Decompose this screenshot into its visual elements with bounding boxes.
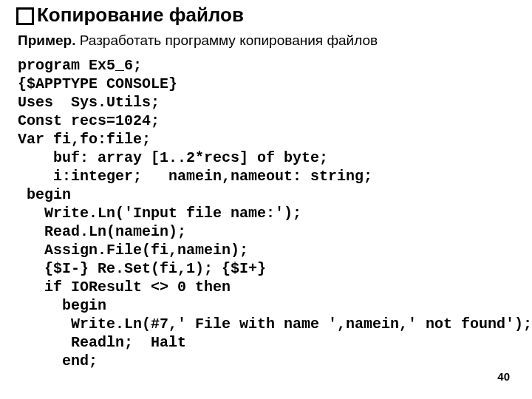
subtitle-bold: Пример. [18,33,75,48]
page-title: Копирование файлов [37,4,244,27]
subtitle-text: Разработать программу копирования файлов [75,33,378,48]
page-number: 40 [497,370,510,383]
code-block: program Ex5_6; {$APPTYPE CONSOLE} Uses S… [18,56,517,370]
example-subtitle: Пример. Разработать программу копировани… [18,33,378,49]
bullet-square-icon [16,7,34,25]
